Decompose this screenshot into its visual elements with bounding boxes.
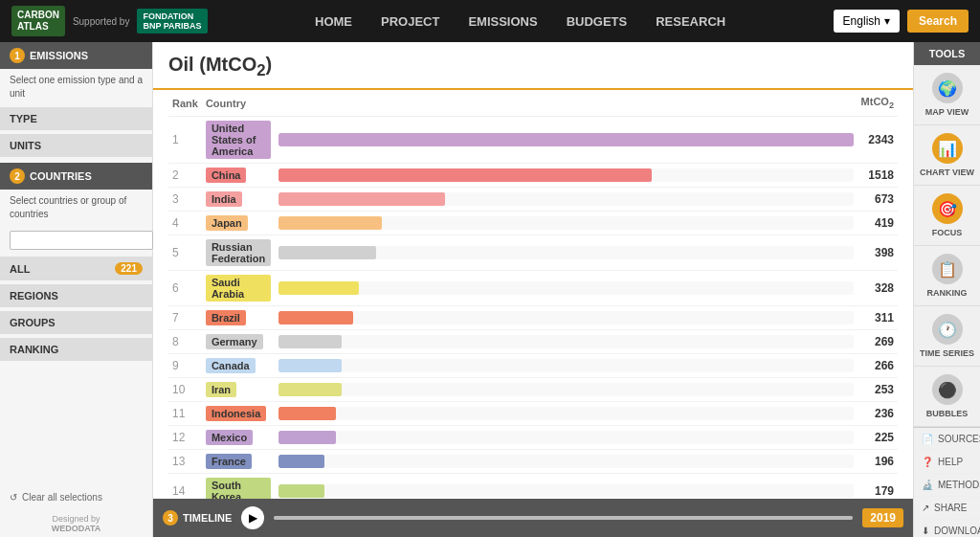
emissions-number: 1 <box>10 48 25 63</box>
play-button[interactable]: ▶ <box>241 506 264 529</box>
ranking-label: RANKING <box>927 288 968 298</box>
download-label: DOWNLOAD <box>934 526 980 536</box>
data-table-container[interactable]: Rank Country MtCO2 1 United States of Am… <box>153 90 913 537</box>
bar-fill <box>278 216 382 230</box>
clear-icon: ↺ <box>10 492 17 503</box>
tool-time-series[interactable]: 🕐 TIME SERIES <box>914 306 980 367</box>
download-item[interactable]: ⬇ DOWNLOAD <box>914 520 980 537</box>
map-view-icon: 🌍 <box>932 73 963 103</box>
language-label: English <box>843 14 880 28</box>
countries-subtitle: Select countries or group of countries <box>0 190 152 226</box>
tool-focus[interactable]: 🎯 FOCUS <box>914 186 980 246</box>
table-row[interactable]: 10 Iran 253 <box>168 378 898 402</box>
map-view-label: MAP VIEW <box>925 107 969 117</box>
bar-wrapper <box>278 133 853 146</box>
bar-fill <box>278 431 336 444</box>
countries-section-header: 2 COUNTRIES <box>0 163 152 190</box>
table-row[interactable]: 13 France 196 <box>168 450 898 474</box>
tool-ranking[interactable]: 📋 RANKING <box>914 246 980 306</box>
tool-bubbles[interactable]: ⚫ BUBBLES <box>914 367 980 427</box>
country-search-input[interactable] <box>10 231 153 250</box>
methods-item[interactable]: 🔬 METHODS <box>914 474 980 497</box>
rank-cell: 1 <box>168 117 202 164</box>
units-item[interactable]: UNITS <box>0 134 152 157</box>
country-cell: Canada <box>202 354 275 378</box>
value-cell: 328 <box>858 271 898 306</box>
bar-header <box>275 90 857 117</box>
emissions-title: EMISSIONS <box>30 50 88 61</box>
rank-cell: 5 <box>168 235 202 271</box>
methods-icon: 🔬 <box>922 480 933 490</box>
language-button[interactable]: English ▾ <box>834 10 900 33</box>
share-label: SHARE <box>934 503 967 513</box>
clear-selections-button[interactable]: ↺ Clear all selections <box>0 484 152 510</box>
rank-cell: 12 <box>168 426 202 450</box>
share-item[interactable]: ↗ SHARE <box>914 497 980 520</box>
content-header: Oil (MtCO2) <box>153 42 913 90</box>
help-icon: ❓ <box>922 457 933 467</box>
all-label: ALL <box>10 263 30 275</box>
table-row[interactable]: 5 Russian Federation 398 <box>168 235 898 271</box>
focus-label: FOCUS <box>932 228 963 237</box>
nav-home[interactable]: HOME <box>315 14 352 29</box>
table-row[interactable]: 8 Germany 269 <box>168 330 898 354</box>
table-row[interactable]: 4 Japan 419 <box>168 212 898 235</box>
rank-cell: 3 <box>168 188 202 212</box>
header: CARBONATLAS Supported by FONDATIONBNP PA… <box>0 0 980 42</box>
sources-item[interactable]: 📄 SOURCES <box>914 428 980 451</box>
countries-number: 2 <box>10 168 25 184</box>
table-row[interactable]: 6 Saudi Arabia 328 <box>168 271 898 306</box>
type-item[interactable]: TYPE <box>0 107 152 130</box>
bar-fill <box>278 359 342 372</box>
timeline-track[interactable] <box>274 516 853 520</box>
country-label: France <box>206 454 252 469</box>
country-cell: Mexico <box>202 426 275 450</box>
search-button[interactable]: Search <box>907 10 969 33</box>
year-badge: 2019 <box>862 508 903 527</box>
nav-emissions[interactable]: EMISSIONS <box>468 14 537 29</box>
emissions-subtitle: Select one emission type and a unit <box>0 69 152 105</box>
table-row[interactable]: 7 Brazil 311 <box>168 306 898 330</box>
regions-item[interactable]: REGIONS <box>0 284 152 307</box>
country-search-row: 🔍 <box>0 226 152 255</box>
time-series-icon: 🕐 <box>932 314 963 345</box>
nav-project[interactable]: PROJECT <box>381 14 439 29</box>
table-row[interactable]: 11 Indonesia 236 <box>168 402 898 426</box>
tool-map-view[interactable]: 🌍 MAP VIEW <box>914 65 980 125</box>
country-cell: France <box>202 450 275 474</box>
table-row[interactable]: 1 United States of America 2343 <box>168 117 898 164</box>
bar-wrapper <box>278 216 853 230</box>
country-label: Japan <box>206 215 248 231</box>
value-cell: 311 <box>858 306 898 330</box>
country-cell: United States of America <box>202 117 275 164</box>
table-row[interactable]: 9 Canada 266 <box>168 354 898 378</box>
table-row[interactable]: 2 China 1518 <box>168 164 898 188</box>
all-item[interactable]: ALL 221 <box>0 257 152 280</box>
help-label: HELP <box>938 457 963 467</box>
tool-chart-view[interactable]: 📊 CHART VIEW <box>914 125 980 186</box>
bar-wrapper <box>278 335 853 348</box>
type-label: TYPE <box>10 113 37 124</box>
nav-budgets[interactable]: BUDGETS <box>567 14 628 29</box>
value-cell: 253 <box>858 378 898 402</box>
ranking-item[interactable]: RANKING <box>0 338 152 361</box>
country-label: Indonesia <box>206 406 266 421</box>
groups-item[interactable]: GROUPS <box>0 311 152 334</box>
rank-cell: 2 <box>168 164 202 188</box>
rank-cell: 11 <box>168 402 202 426</box>
country-cell: Brazil <box>202 306 275 330</box>
bar-cell <box>275 402 857 426</box>
nav-research[interactable]: RESEARCH <box>656 14 725 29</box>
value-cell: 196 <box>858 450 898 474</box>
rank-cell: 4 <box>168 212 202 235</box>
emissions-section-header: 1 EMISSIONS <box>0 42 152 69</box>
table-row[interactable]: 12 Mexico 225 <box>168 426 898 450</box>
bar-cell <box>275 212 857 235</box>
supported-by-text: Supported by <box>73 16 130 27</box>
time-series-label: TIME SERIES <box>920 348 974 358</box>
groups-label: GROUPS <box>10 317 56 328</box>
country-label: Russian Federation <box>206 239 271 266</box>
table-row[interactable]: 3 India 673 <box>168 188 898 212</box>
country-cell: China <box>202 164 275 188</box>
help-item[interactable]: ❓ HELP <box>914 451 980 474</box>
